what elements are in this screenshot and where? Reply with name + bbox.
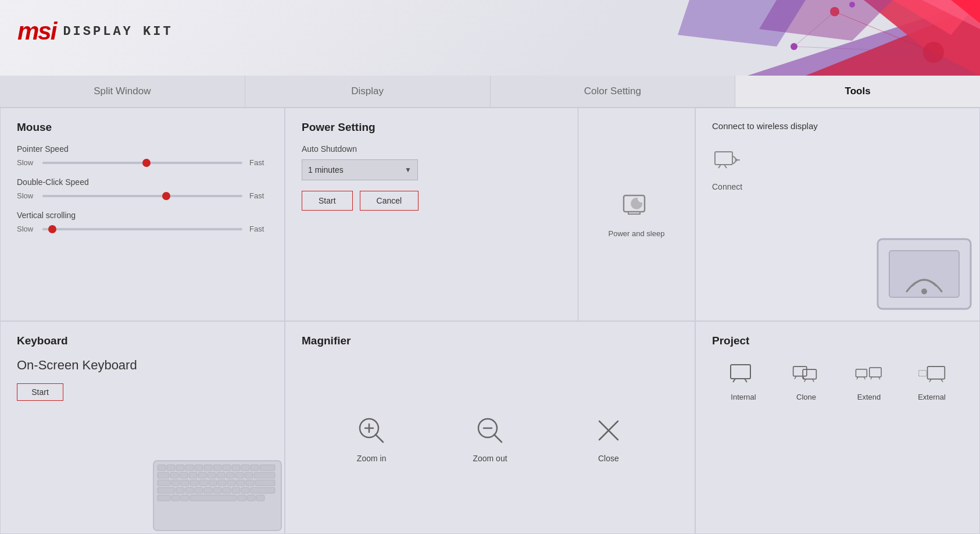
svg-rect-73	[247, 495, 255, 501]
double-slow-label: Slow	[17, 191, 35, 200]
svg-rect-39	[189, 472, 197, 478]
project-clone-item[interactable]: Clone	[792, 364, 820, 401]
pointer-slow-label: Slow	[17, 158, 35, 167]
svg-rect-57	[255, 480, 275, 486]
pointer-speed-row: Slow Fast	[17, 158, 268, 167]
project-internal-label: Internal	[731, 393, 756, 401]
keyboard-title: Keyboard	[17, 334, 268, 347]
svg-rect-68	[158, 495, 170, 501]
svg-rect-90	[803, 369, 816, 379]
tab-bar: Split Window Display Color Setting Tools	[0, 76, 980, 108]
svg-rect-60	[185, 487, 194, 493]
vertical-scroll-row: Slow Fast	[17, 225, 268, 233]
svg-rect-16	[628, 212, 640, 214]
power-sleep-label: Power and sleep	[609, 229, 665, 238]
power-cancel-button[interactable]: Cancel	[360, 191, 419, 211]
svg-rect-42	[217, 472, 225, 478]
svg-rect-69	[171, 495, 180, 501]
magnifier-panel: Magnifier Zoom in Zoom out	[285, 321, 695, 535]
magnifier-close-item[interactable]: Close	[593, 415, 624, 463]
main-content: Mouse Pointer Speed Slow Fast Double-Cli…	[0, 108, 980, 534]
header: msi DISPLAY KIT	[0, 0, 980, 76]
project-internal-item[interactable]: Internal	[729, 364, 757, 401]
svg-rect-38	[180, 472, 188, 478]
svg-rect-74	[256, 495, 264, 501]
project-panel: Project Internal	[695, 321, 980, 535]
zoom-out-item[interactable]: Zoom out	[473, 415, 507, 463]
svg-rect-25	[167, 465, 175, 471]
power-buttons: Start Cancel	[302, 191, 561, 211]
magnifier-icons: Zoom in Zoom out Close	[302, 358, 678, 521]
tab-color-setting[interactable]: Color Setting	[491, 76, 736, 107]
svg-line-80	[494, 435, 502, 442]
svg-rect-64	[223, 487, 231, 493]
keyboard-start-button[interactable]: Start	[17, 383, 63, 401]
svg-rect-32	[232, 465, 240, 471]
svg-rect-96	[870, 367, 881, 376]
svg-rect-65	[232, 487, 240, 493]
power-sleep-area[interactable]: Power and sleep	[609, 191, 665, 238]
pointer-speed-track[interactable]	[42, 162, 242, 164]
connect-label: Connect	[712, 182, 742, 191]
double-click-row: Slow Fast	[17, 191, 268, 200]
svg-rect-55	[237, 480, 245, 486]
vertical-slow-label: Slow	[17, 225, 35, 233]
project-icons: Internal Clone	[712, 358, 963, 407]
svg-rect-58	[158, 487, 175, 493]
svg-rect-29	[204, 465, 212, 471]
shutdown-dropdown[interactable]: 1 minutes ▼	[302, 159, 418, 180]
project-external-icon	[918, 364, 946, 387]
svg-rect-43	[226, 472, 234, 478]
pointer-fast-label: Fast	[249, 158, 268, 167]
svg-rect-67	[251, 487, 275, 493]
mouse-title: Mouse	[17, 121, 268, 134]
svg-rect-35	[260, 465, 275, 471]
zoom-in-item[interactable]: Zoom in	[356, 415, 387, 463]
svg-rect-72	[238, 495, 246, 501]
svg-rect-56	[246, 480, 254, 486]
tab-tools[interactable]: Tools	[735, 76, 980, 107]
svg-line-76	[375, 435, 383, 442]
zoom-out-label: Zoom out	[473, 454, 507, 463]
svg-rect-59	[176, 487, 184, 493]
svg-rect-36	[158, 472, 169, 478]
keyboard-panel: Keyboard On-Screen Keyboard Start	[0, 321, 285, 535]
vertical-scroll-track[interactable]	[42, 228, 242, 230]
connect-icon-area[interactable]: Connect	[712, 148, 742, 191]
svg-rect-84	[731, 365, 750, 379]
project-extend-item[interactable]: Extend	[855, 364, 883, 401]
double-fast-label: Fast	[249, 191, 268, 200]
svg-rect-61	[195, 487, 203, 493]
display-kit-text: DISPLAY KIT	[63, 24, 173, 39]
svg-rect-51	[199, 480, 208, 486]
project-clone-label: Clone	[796, 393, 816, 401]
keyboard-illustration	[151, 458, 284, 533]
zoom-in-icon	[356, 415, 387, 446]
double-click-track[interactable]	[42, 195, 242, 197]
connect-panel: Connect to wireless display Connect	[695, 108, 980, 321]
svg-rect-50	[190, 480, 198, 486]
svg-rect-46	[254, 472, 275, 478]
tab-split-window[interactable]: Split Window	[0, 76, 245, 107]
svg-rect-53	[218, 480, 226, 486]
svg-rect-54	[227, 480, 235, 486]
svg-rect-87	[793, 366, 807, 376]
svg-rect-93	[856, 369, 867, 376]
connect-title: Connect to wireless display	[712, 121, 818, 131]
cast-screen-decoration	[872, 233, 980, 321]
svg-rect-45	[245, 472, 253, 478]
zoom-in-label: Zoom in	[357, 454, 387, 463]
magnifier-close-icon	[593, 415, 624, 446]
svg-rect-41	[208, 472, 216, 478]
power-start-button[interactable]: Start	[302, 191, 353, 211]
project-external-item[interactable]: External	[918, 364, 946, 401]
project-internal-icon	[729, 364, 757, 387]
project-title: Project	[712, 334, 963, 347]
double-click-label: Double-Click Speed	[17, 177, 268, 187]
on-screen-keyboard-label: On-Screen Keyboard	[17, 358, 268, 373]
tab-display[interactable]: Display	[245, 76, 491, 107]
project-clone-icon	[792, 364, 820, 387]
svg-rect-28	[195, 465, 203, 471]
project-extend-label: Extend	[857, 393, 881, 401]
svg-rect-34	[251, 465, 259, 471]
